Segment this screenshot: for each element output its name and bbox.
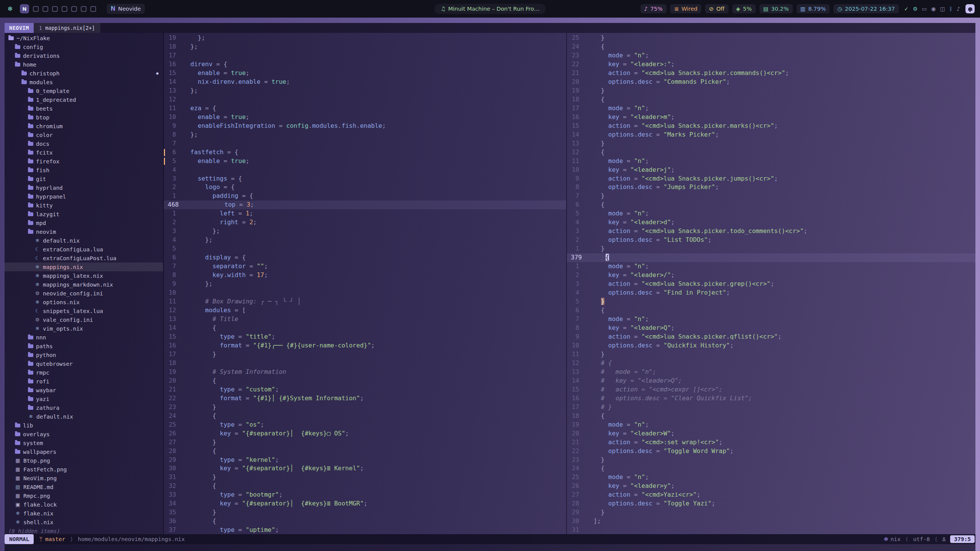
code-line[interactable]: 10 enable = true; (164, 113, 566, 122)
code-line[interactable]: 7 separator = ""; (164, 262, 566, 271)
code-line[interactable]: 27 action = "<cmd>Yazi<cr>"; (567, 491, 975, 499)
tree-item[interactable]: paths (5, 342, 163, 350)
code-line[interactable]: 11 # Box Drawing: ╭ ─ ╮ ╰ ╯ │ (164, 297, 566, 306)
code-line[interactable]: 26 key = "<leader>y"; (567, 482, 975, 491)
code-line[interactable]: 16 format = "{#1}╭── {#}{user-name-color… (164, 341, 566, 350)
code-line[interactable]: 21 type = "custom"; (164, 385, 566, 394)
code-line[interactable]: 24 { (567, 464, 975, 473)
tree-item[interactable]: ❄default.nix (5, 412, 163, 421)
code-line[interactable]: 8 key = "<leader>Q"; (567, 324, 975, 333)
code-line[interactable]: 2 logo = { (164, 183, 566, 192)
code-line[interactable]: 7 } (567, 192, 975, 201)
code-line[interactable]: 10 key = "<leader>j"; (567, 166, 975, 174)
tree-item[interactable]: ❄mappings.nix (5, 262, 163, 271)
code-line[interactable]: 2 options.desc = "List TODOs"; (567, 236, 975, 245)
code-line[interactable]: 5 (164, 245, 566, 253)
code-line[interactable]: 1 padding = { (164, 192, 566, 201)
code-line[interactable]: 24 { (164, 412, 566, 421)
code-line[interactable]: 25 } (567, 34, 975, 42)
code-line[interactable]: 33 type = "bootmgr"; (164, 491, 566, 499)
music-widget[interactable]: ♫ Minuit Machine – Don't Run Fro… (434, 4, 546, 14)
volume-chip[interactable]: ♪75% (640, 4, 667, 13)
tools-tray-icon[interactable]: ⚙ (913, 6, 918, 12)
code-line[interactable]: 6 fastfetch = { (164, 148, 566, 157)
tree-item[interactable]: modules (5, 78, 163, 86)
code-line[interactable]: 1 left = 1; (164, 209, 566, 218)
code-line[interactable]: 18 }; (164, 42, 566, 51)
tree-item[interactable]: ▦Rmpc.png (5, 491, 163, 500)
tree-item[interactable]: fcitx (5, 148, 163, 157)
code-line[interactable]: 30 ]; (567, 517, 975, 526)
code-line[interactable]: 20 options.desc = "Commands Picker"; (567, 78, 975, 86)
code-line[interactable]: 5 } (567, 297, 975, 306)
tree-item[interactable]: ☾extraConfigLua.lua (5, 245, 163, 254)
code-line[interactable]: 7 mode = "n"; (567, 315, 975, 324)
tree-item[interactable]: system (5, 439, 163, 447)
code-line[interactable]: 20 key = "<leader>W"; (567, 429, 975, 438)
code-line[interactable]: 4 (164, 166, 566, 174)
tree-item[interactable]: home (5, 60, 163, 69)
tree-item[interactable]: ❄vim_opts.nix (5, 324, 163, 333)
git-branch[interactable]: ᛘ master (39, 536, 65, 542)
code-line[interactable]: 1 mode = "n"; (567, 262, 975, 271)
code-line[interactable]: 12 # { (567, 359, 975, 368)
workspace-button[interactable] (81, 6, 87, 12)
workspace-button[interactable] (33, 6, 39, 12)
tree-item[interactable]: ⚙neovide_config.ini (5, 289, 163, 298)
code-line[interactable]: 16 direnv = { (164, 60, 566, 69)
code-line[interactable]: 2 right = 2; (164, 218, 566, 227)
memory-chip[interactable]: ▤30.2% (760, 4, 793, 13)
code-line[interactable]: 11 eza = { (164, 104, 566, 113)
code-line[interactable]: 15 type = "title"; (164, 333, 566, 341)
notifications-chip[interactable]: ⊘Off (705, 4, 728, 13)
check-tray-icon[interactable]: ✓ (904, 6, 909, 12)
tree-item[interactable]: firefox (5, 157, 163, 166)
code-line[interactable]: 20 { (164, 377, 566, 385)
code-line[interactable]: 15 enable = true; (164, 69, 566, 78)
code-line[interactable]: 16 key = "<leader>m"; (567, 113, 975, 122)
workspace-button[interactable] (62, 6, 67, 12)
code-line[interactable]: 9 }; (164, 280, 566, 289)
tree-item[interactable]: ❄options.nix (5, 298, 163, 306)
tree-item[interactable]: ▦NeoVim.png (5, 474, 163, 483)
code-line[interactable]: 1 } (567, 245, 975, 253)
code-line[interactable]: 14 { (164, 324, 566, 333)
code-line[interactable]: 4 key = "<leader>d"; (567, 218, 975, 227)
tree-item[interactable]: zathura (5, 403, 163, 412)
code-line[interactable]: 14 # key = "<leader>Q"; (567, 377, 975, 385)
tree-item[interactable]: ❄default.nix (5, 236, 163, 245)
tree-item[interactable]: 0_template (5, 86, 163, 95)
network-chip[interactable]: ≣Wired (670, 4, 701, 13)
code-line[interactable]: 6 { (567, 306, 975, 315)
code-line[interactable]: 9 action = "<cmd>lua Snacks.picker.jumps… (567, 174, 975, 183)
code-line[interactable]: 12 { (567, 148, 975, 157)
editor-pane-left[interactable]: 19 };18 };1716 direnv = {15 enable = tru… (164, 33, 567, 534)
code-line[interactable]: 18 { (567, 412, 975, 421)
tree-item[interactable]: fish (5, 166, 163, 174)
code-line[interactable]: 16 # options.desc = "Clear Quickfix List… (567, 394, 975, 403)
code-line[interactable]: 3 }; (164, 227, 566, 236)
tree-item[interactable]: ▣flake.lock (5, 500, 163, 509)
code-line[interactable]: 12 (164, 95, 566, 104)
code-line[interactable]: 28 options.desc = "Toggle Yazi"; (567, 499, 975, 508)
code-line[interactable]: 15 action = "<cmd>lua Snacks.picker.mark… (567, 122, 975, 130)
disk-chip[interactable]: ▥8.79% (797, 4, 830, 13)
code-line[interactable]: 19 } (567, 86, 975, 95)
code-line[interactable]: 23 } (164, 403, 566, 412)
code-line[interactable]: 36 { (164, 517, 566, 526)
code-line[interactable]: 8 options.desc = "Jumps Picker"; (567, 183, 975, 192)
code-line[interactable]: 21 action = "<cmd>lua Snacks.picker.comm… (567, 69, 975, 78)
code-line[interactable]: 37 type = "uptime"; (164, 526, 566, 534)
tree-item[interactable]: docs (5, 139, 163, 148)
workspace-button[interactable]: N (20, 4, 29, 13)
tree-item[interactable]: christoph● (5, 69, 163, 78)
tree-item[interactable]: mpd (5, 218, 163, 227)
tree-item[interactable]: hyprpanel (5, 192, 163, 201)
tab-mappings-nix[interactable]: 1 mappings.nix[2+] (34, 23, 100, 33)
code-line[interactable]: 5 enable = true; (164, 157, 566, 166)
code-line[interactable]: 10 options.desc = "Quickfix History"; (567, 341, 975, 350)
code-line[interactable]: 11 } (567, 350, 975, 359)
display-tray-icon[interactable]: ▭ (922, 6, 927, 12)
code-line[interactable]: 3 action = "<cmd>lua Snacks.picker.grep(… (567, 280, 975, 289)
code-line[interactable]: 3 action = "<cmd>lua Snacks.picker.todo_… (567, 227, 975, 236)
